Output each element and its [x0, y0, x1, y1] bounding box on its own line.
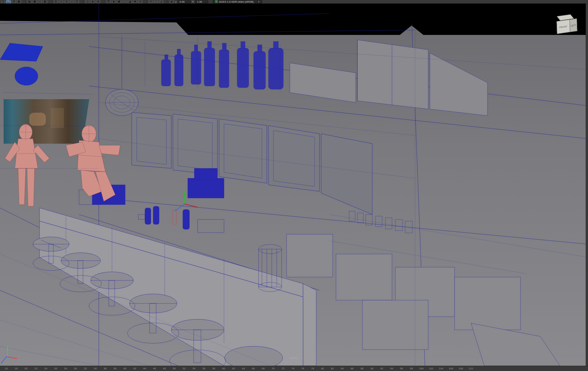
- timeline-tick[interactable]: 104: [436, 367, 446, 370]
- svg-rect-36: [273, 42, 278, 49]
- timeline-tick[interactable]: 106: [446, 367, 456, 370]
- svg-rect-32: [208, 42, 211, 49]
- snap-grid[interactable]: ⧉: [53, 0, 58, 3]
- camera-select-tool[interactable]: 📷: [6, 0, 11, 3]
- exposure-toggle[interactable]: ◐: [169, 0, 174, 3]
- default-light[interactable]: ☀: [148, 0, 153, 3]
- timeline[interactable]: 1618202224262830323436384042444648505254…: [0, 366, 588, 371]
- color-space-dropdown[interactable]: ACES 1.0 SDR-video (sRGB) ▼: [213, 0, 262, 3]
- viewport[interactable]: LEFT FRONT persp: [0, 4, 588, 366]
- svg-rect-33: [222, 43, 226, 50]
- panel-toolbar: ▢ 📷 ⚙ ▣ 🖼 ▦ ▭ ◧ ⧉ ∿ ⊙ ▱ ◫ ◎ ◈ ⊗ 田 ◐ ▦ ☼ …: [0, 0, 588, 4]
- wireframe-shade[interactable]: 田: [106, 0, 111, 3]
- select-tool[interactable]: ▢: [1, 0, 6, 3]
- gamma-value[interactable]: 0.00: [178, 0, 191, 3]
- svg-marker-11: [357, 40, 428, 109]
- timeline-tick[interactable]: 76: [298, 367, 308, 370]
- timeline-tick[interactable]: 96: [397, 367, 406, 370]
- timeline-tick[interactable]: 50: [169, 367, 179, 370]
- isolate-select[interactable]: ◎: [85, 0, 90, 3]
- exposure-value[interactable]: 1.00: [195, 0, 208, 3]
- timeline-tick[interactable]: 46: [150, 367, 159, 370]
- timeline-tick[interactable]: 108: [456, 367, 466, 370]
- timeline-tick[interactable]: 80: [318, 367, 327, 370]
- timeline-tick[interactable]: 68: [258, 367, 268, 370]
- camera-attr-tool[interactable]: ⚙: [11, 0, 16, 3]
- textured-shade[interactable]: ▦: [117, 0, 122, 3]
- no-light[interactable]: ●: [159, 0, 164, 3]
- timeline-tick[interactable]: 60: [219, 367, 229, 370]
- svg-rect-53: [188, 178, 224, 198]
- timeline-tick[interactable]: 70: [268, 367, 278, 370]
- timeline-tick[interactable]: 110: [466, 367, 476, 370]
- ao-toggle[interactable]: ◓: [132, 0, 137, 3]
- shadow-toggle[interactable]: ◢: [127, 0, 132, 3]
- viewcube-right[interactable]: LEFT: [570, 18, 577, 32]
- gate-mask-tool[interactable]: ◧: [43, 0, 48, 3]
- timeline-tick[interactable]: 38: [110, 367, 120, 370]
- timeline-tick[interactable]: 36: [100, 367, 110, 370]
- timeline-tick[interactable]: 18: [11, 367, 21, 370]
- timeline-tick[interactable]: 22: [31, 367, 41, 370]
- timeline-tick[interactable]: 40: [120, 367, 130, 370]
- timeline-tick[interactable]: 44: [140, 367, 150, 370]
- timeline-tick[interactable]: 98: [406, 367, 416, 370]
- timeline-tick[interactable]: 92: [377, 367, 387, 370]
- right-scroll-strip[interactable]: [586, 4, 588, 366]
- timeline-tick[interactable]: 94: [387, 367, 397, 370]
- snap-plane[interactable]: ▱: [69, 0, 74, 3]
- film-gate-tool[interactable]: ▭: [38, 0, 42, 3]
- timeline-tick[interactable]: 64: [238, 367, 248, 370]
- svg-rect-54: [194, 168, 217, 180]
- timeline-tick[interactable]: 34: [90, 367, 100, 370]
- timeline-tick[interactable]: 56: [199, 367, 209, 370]
- flat-light[interactable]: ○: [154, 0, 158, 3]
- timeline-tick[interactable]: 58: [209, 367, 219, 370]
- smooth-shade[interactable]: ◐: [111, 0, 116, 3]
- timeline-tick[interactable]: 78: [308, 367, 318, 370]
- snap-view[interactable]: ◫: [74, 0, 79, 3]
- svg-line-136: [3, 93, 92, 94]
- timeline-tick[interactable]: 28: [61, 367, 70, 370]
- render-tools: 🖼 ▦ ▭ ◧: [27, 0, 48, 3]
- svg-marker-116: [99, 145, 120, 155]
- timeline-tick[interactable]: 52: [179, 367, 189, 370]
- xray-joints[interactable]: ⊗: [96, 0, 100, 3]
- timeline-tick[interactable]: 42: [130, 367, 140, 370]
- timeline-tick[interactable]: 48: [159, 367, 169, 370]
- timeline-tick[interactable]: 24: [41, 367, 51, 370]
- timeline-tick[interactable]: 16: [1, 367, 11, 370]
- snap-tools: ⧉ ∿ ⊙ ▱ ◫: [53, 0, 79, 3]
- xray-toggle[interactable]: ◈: [90, 0, 95, 3]
- snap-curve[interactable]: ∿: [59, 0, 64, 3]
- svg-marker-41: [321, 134, 372, 214]
- timeline-tick[interactable]: 20: [21, 367, 31, 370]
- timeline-tick[interactable]: 100: [416, 367, 426, 370]
- bookmark-tool[interactable]: ▣: [16, 0, 21, 3]
- timeline-tick[interactable]: 26: [51, 367, 61, 370]
- timeline-tick[interactable]: 74: [288, 367, 298, 370]
- viewcube[interactable]: LEFT FRONT: [553, 14, 578, 38]
- timeline-tick[interactable]: 88: [357, 367, 367, 370]
- snap-point[interactable]: ⊙: [64, 0, 69, 3]
- timeline-tick[interactable]: 54: [189, 367, 199, 370]
- svg-line-2: [99, 198, 588, 244]
- timeline-tick[interactable]: 66: [248, 367, 258, 370]
- timeline-tick[interactable]: 86: [347, 367, 357, 370]
- timeline-tick[interactable]: 90: [367, 367, 377, 370]
- color-space-icon: [215, 0, 218, 3]
- grid-toggle[interactable]: ▦: [32, 0, 37, 3]
- timeline-tick[interactable]: 32: [80, 367, 90, 370]
- svg-rect-93: [357, 213, 363, 223]
- timeline-tick[interactable]: 102: [426, 367, 436, 370]
- timeline-tick[interactable]: 72: [278, 367, 288, 370]
- timeline-tick[interactable]: 62: [229, 367, 238, 370]
- timeline-tick[interactable]: 30: [70, 367, 80, 370]
- motion-blur[interactable]: ≋: [138, 0, 143, 3]
- exposure-icon: ☀: [191, 0, 195, 3]
- image-plane-tool[interactable]: 🖼: [27, 0, 32, 3]
- timeline-tick[interactable]: 84: [337, 367, 347, 370]
- timeline-tick[interactable]: 82: [327, 367, 337, 370]
- viewcube-front[interactable]: FRONT: [557, 19, 570, 34]
- light-toggle[interactable]: ☼: [122, 0, 127, 3]
